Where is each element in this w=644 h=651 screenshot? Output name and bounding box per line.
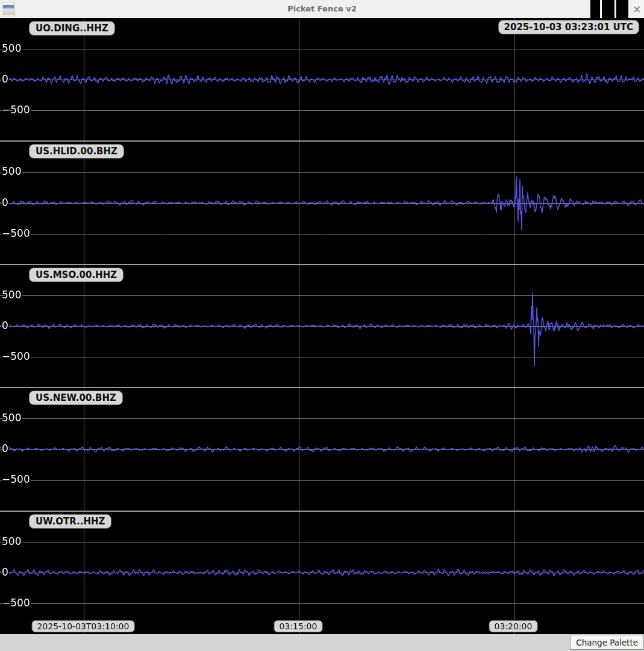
trace-panel-2: 500 0 −500 US.HLID.00.BHZ bbox=[0, 141, 644, 264]
station-label-us-hlid: US.HLID.00.BHZ bbox=[29, 144, 124, 159]
trace-panel-1: 500 0 −500 UO.DING..HHZ 2025-10-03 03:23… bbox=[0, 18, 644, 141]
window-title: Picket Fence v2 bbox=[0, 0, 644, 18]
current-time-badge: 2025-10-03 03:23:01 UTC bbox=[498, 20, 639, 34]
close-button[interactable]: × bbox=[630, 0, 644, 18]
app-window: Picket Fence v2 × 500 0 −500 UO.DING..HH… bbox=[0, 0, 644, 651]
y-axis-tick-0: 0 bbox=[2, 566, 8, 578]
window-controls: × bbox=[590, 0, 644, 18]
y-axis-tick-neg500: −500 bbox=[2, 474, 30, 486]
trace-panel-5: 500 0 −500 UW.OTR..HHZ bbox=[0, 511, 644, 634]
y-axis-tick-neg500: −500 bbox=[2, 227, 30, 239]
window-control-block-1[interactable] bbox=[590, 0, 600, 18]
y-axis-tick-0: 0 bbox=[2, 319, 8, 332]
change-palette-button[interactable]: Change Palette bbox=[570, 635, 644, 650]
y-axis-tick-500: 500 bbox=[2, 535, 21, 547]
window-control-block-3[interactable] bbox=[616, 0, 628, 18]
y-axis-tick-0: 0 bbox=[2, 73, 8, 85]
trace-panel-4: 500 0 −500 US.NEW.00.BHZ bbox=[0, 388, 644, 511]
x-axis-tick-0315: 03:15:00 bbox=[274, 620, 323, 632]
titlebar: Picket Fence v2 × bbox=[0, 0, 644, 18]
trace-panel-3: 500 0 −500 US.MSO.00.HHZ bbox=[0, 265, 644, 388]
y-axis-tick-500: 500 bbox=[2, 166, 21, 178]
y-axis-tick-500: 500 bbox=[2, 289, 21, 301]
y-axis-tick-500: 500 bbox=[2, 412, 21, 424]
station-label-uo-ding: UO.DING..HHZ bbox=[29, 21, 115, 36]
x-axis-tick-0310: 2025-10-03T03:10:00 bbox=[32, 620, 135, 632]
y-axis-tick-neg500: −500 bbox=[2, 350, 30, 362]
y-axis-tick-500: 500 bbox=[2, 42, 21, 54]
station-label-us-mso: US.MSO.00.HHZ bbox=[29, 268, 123, 282]
window-control-block-2[interactable] bbox=[602, 0, 614, 18]
seismogram-plot-area: 500 0 −500 UO.DING..HHZ 2025-10-03 03:23… bbox=[0, 18, 644, 634]
y-axis-tick-0: 0 bbox=[2, 197, 8, 209]
y-axis-tick-neg500: −500 bbox=[2, 104, 30, 116]
station-label-us-new: US.NEW.00.BHZ bbox=[29, 391, 123, 405]
x-axis-tick-0320: 03:20:00 bbox=[489, 620, 538, 632]
bottom-toolbar: Change Palette bbox=[0, 634, 644, 651]
station-label-uw-otr: UW.OTR..HHZ bbox=[29, 514, 111, 529]
y-axis-tick-neg500: −500 bbox=[2, 597, 30, 609]
y-axis-tick-0: 0 bbox=[2, 443, 8, 455]
